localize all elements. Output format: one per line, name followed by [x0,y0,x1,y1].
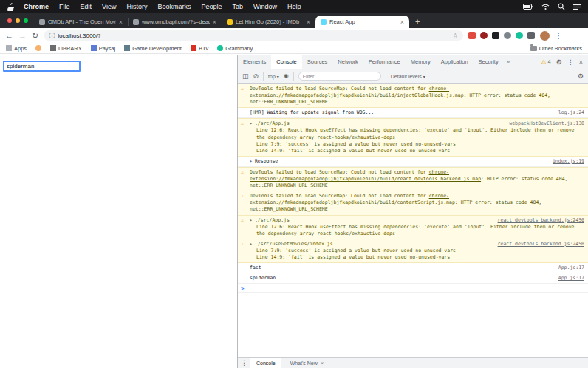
bookmark-item[interactable] [35,45,41,51]
reload-button[interactable]: ↻ [32,32,38,40]
bookmark-item[interactable]: Game Development [124,45,182,52]
console-prompt[interactable]: > [238,284,588,293]
clear-console-icon[interactable]: ⊘ [253,72,259,80]
tab-title: React App [329,18,397,25]
close-icon[interactable]: × [321,360,324,367]
new-tab-button[interactable]: + [415,17,420,26]
url-text[interactable]: localhost:3000/? [58,33,449,39]
warnings-badge[interactable]: ⚠ 4 [541,58,551,65]
context-selector[interactable]: top ▾ [268,74,279,79]
toolbar-divider [263,72,264,81]
extension-icon[interactable] [527,32,535,39]
menu-item-people[interactable]: People [196,0,227,13]
browser-tab[interactable]: www.omdbapi.com/?s=deadpo× [128,16,222,28]
expand-arrow-icon[interactable]: ▸ [250,158,253,164]
console-message-row: Line 14:9: 'fail' is assigned a value bu… [250,148,584,154]
menu-item-window[interactable]: Window [248,0,282,13]
bookmark-item[interactable]: LiBRARY [50,45,82,52]
devtools-tab-memory[interactable]: Memory [406,55,436,69]
devtools-tab-network[interactable]: Network [332,55,363,69]
bookmark-label: Apps [14,45,27,52]
devtools-tab-sources[interactable]: Sources [302,55,333,69]
window-close-button[interactable] [7,18,12,23]
extension-icon[interactable] [516,32,523,39]
devtools-close-icon[interactable]: × [579,58,583,66]
console-filter-input[interactable] [298,72,381,81]
more-tabs-icon[interactable]: » [504,58,513,65]
bookmark-label: BTv [199,45,208,52]
extension-icon[interactable] [480,32,488,39]
console-source-link[interactable]: App.js:17 [558,265,584,271]
chrome-menu-button[interactable]: ⋮ [555,32,562,40]
window-zoom-button[interactable] [24,18,28,23]
bookmark-item[interactable]: Apps [6,45,27,52]
warning-count: 4 [547,58,550,65]
expand-arrow-icon[interactable]: ▸ [250,217,253,223]
menu-item-file[interactable]: File [54,0,75,13]
menu-item-history[interactable]: History [121,0,152,13]
devtools-tab-security[interactable]: Security [474,55,504,69]
menu-item-help[interactable]: Help [282,0,307,13]
console-source-link[interactable]: log.js:24 [558,109,584,116]
extensions-area [468,32,535,39]
drawer-tab-console[interactable]: Console [250,358,281,368]
devtools-tab-application[interactable]: Application [436,55,474,69]
expand-arrow-icon[interactable]: ▸ [250,120,253,126]
back-button[interactable]: ← [5,32,13,40]
console-sidebar-icon[interactable]: ◫ [242,72,249,80]
devtools-settings-icon[interactable]: ⚙ [556,58,562,66]
console-source-link[interactable]: webpackHotDevClient.js:138 [509,120,584,127]
forward-button[interactable]: → [18,32,27,40]
tab-favicon-icon [39,19,45,25]
browser-tab[interactable]: React App× [315,16,409,28]
spotlight-search-icon[interactable] [558,3,565,10]
devtools-menu-icon[interactable]: ⋮ [567,58,574,66]
other-bookmarks[interactable]: Other Bookmarks [530,45,582,52]
tab-close-icon[interactable]: × [307,19,310,25]
address-bar[interactable]: ⓘ localhost:3000/? ☆ [44,30,463,41]
expand-arrow-icon[interactable]: ▸ [250,241,253,247]
live-expression-icon[interactable]: ◉ [284,72,289,80]
devtools-tab-elements[interactable]: Elements [238,55,271,69]
tab-close-icon[interactable]: × [119,19,123,25]
bookmark-item[interactable]: Grammarly [217,45,253,52]
console-prompt-icon: > [241,285,245,293]
bookmark-label: Paysaj [99,45,116,52]
console-settings-icon[interactable]: ⚙ [578,72,584,80]
bookmark-star-icon[interactable]: ☆ [452,32,458,39]
profile-avatar[interactable] [540,31,550,41]
devtools-tab-console[interactable]: Console [271,55,302,69]
log-levels-selector[interactable]: Default levels ▾ [391,74,425,79]
menu-item-chrome[interactable]: Chrome [18,0,54,13]
browser-tab[interactable]: Let Him Go (2020) - IMDb× [222,16,315,28]
tab-close-icon[interactable]: × [400,19,404,25]
bookmark-item[interactable]: BTv [191,45,208,52]
console-source-link[interactable]: App.js:17 [558,275,584,282]
menu-item-edit[interactable]: Edit [75,0,98,13]
browser-tab[interactable]: OMDb API - The Open Movie D× [34,16,128,28]
bookmark-item[interactable]: Paysaj [91,45,116,52]
console-message-row: Line 7:9: 'success' is assigned a value … [250,248,584,254]
tab-close-icon[interactable]: × [213,19,216,25]
search-input[interactable] [3,61,81,72]
console-source-link[interactable]: index.js:19 [553,158,584,165]
extension-icon[interactable] [468,32,476,39]
apple-menu-icon[interactable] [7,2,16,11]
menu-item-view[interactable]: View [97,0,121,13]
drawer-menu-icon[interactable]: ⋮ [241,359,247,367]
warning-icon: ⚠ [241,120,244,127]
notification-center-icon[interactable] [573,4,581,10]
drawer-tab-whats-new[interactable]: What's New × [284,358,330,368]
extension-icon[interactable] [504,32,511,39]
battery-icon[interactable] [523,4,533,10]
wifi-icon[interactable] [541,4,550,10]
devtools-tab-performance[interactable]: Performance [363,55,406,69]
page-info-icon[interactable]: ⓘ [49,32,55,40]
console-source-link[interactable]: react_devtools_backend.js:2450 [498,241,584,248]
browser-tabs: OMDb API - The Open Movie D×www.omdbapi.… [34,16,409,28]
window-minimize-button[interactable] [16,18,20,23]
menu-item-tab[interactable]: Tab [227,0,248,13]
console-source-link[interactable]: react_devtools_backend.js:2450 [498,217,584,224]
menu-item-bookmarks[interactable]: Bookmarks [152,0,196,13]
extension-icon[interactable] [492,32,499,39]
